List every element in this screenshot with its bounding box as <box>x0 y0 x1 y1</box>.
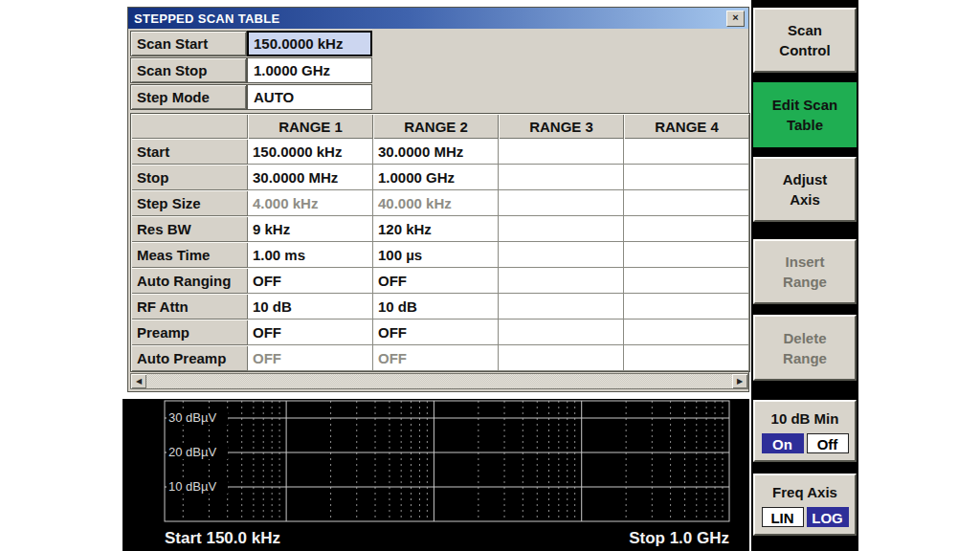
table-cell[interactable] <box>624 242 749 268</box>
table-cell[interactable]: OFF <box>373 320 499 345</box>
scan-chart: 30 dBµV20 dBµV10 dBµVStart 150.0 kHzStop… <box>122 399 749 551</box>
table-cell[interactable]: 120 kHz <box>373 216 499 242</box>
range-table: RANGE 1RANGE 2RANGE 3RANGE 4Start150.000… <box>130 113 750 372</box>
softkey-label: Range <box>783 272 827 292</box>
softkey-label: Edit Scan <box>772 95 837 115</box>
column-header-4: RANGE 4 <box>624 114 749 139</box>
stepped-scan-table-dialog: STEPPED SCAN TABLE × Scan Start150.0000 … <box>127 7 749 392</box>
softkey-label: Range <box>783 348 827 368</box>
row-label: Meas Time <box>131 242 248 268</box>
softkey-adjust-axis[interactable]: AdjustAxis <box>753 157 857 222</box>
row-label: Start <box>131 139 248 165</box>
close-icon[interactable]: × <box>726 11 745 27</box>
table-cell[interactable] <box>624 216 749 242</box>
softkey-column: ScanControlEdit ScanTableAdjustAxisInser… <box>751 0 858 551</box>
table-cell[interactable]: 100 µs <box>373 242 499 268</box>
table-cell[interactable]: OFF <box>248 268 373 294</box>
table-cell[interactable]: 4.000 kHz <box>248 190 373 216</box>
table-cell[interactable] <box>499 216 624 242</box>
table-cell[interactable] <box>499 165 624 190</box>
toggle-group: OnOff <box>762 433 849 453</box>
softkey-label: Scan <box>788 20 822 40</box>
svg-text:Start 150.0 kHz: Start 150.0 kHz <box>165 529 280 547</box>
toggle-group: LINLOG <box>762 507 849 527</box>
softkey-10-db-min[interactable]: 10 dB MinOnOff <box>753 400 857 462</box>
page-background: STEPPED SCAN TABLE × Scan Start150.0000 … <box>0 0 980 551</box>
table-cell[interactable]: 9 kHz <box>248 216 373 242</box>
table-cell[interactable]: OFF <box>248 345 373 371</box>
toggle-lin[interactable]: LIN <box>762 507 804 527</box>
scrollbar-track[interactable] <box>146 374 732 388</box>
column-header-3: RANGE 3 <box>499 114 624 139</box>
softkey-edit-scan-table[interactable]: Edit ScanTable <box>753 82 857 147</box>
param-label: Scan Stop <box>130 57 247 83</box>
softkey-label: Table <box>787 115 823 135</box>
table-cell[interactable]: 40.000 kHz <box>373 190 499 216</box>
table-cell[interactable]: 30.0000 MHz <box>248 165 373 190</box>
scan-params: Scan Start150.0000 kHzScan Stop1.0000 GH… <box>130 31 372 111</box>
table-cell[interactable]: OFF <box>248 320 373 345</box>
softkey-label: Control <box>779 40 830 60</box>
param-value-2[interactable]: AUTO <box>247 84 372 110</box>
row-label: Res BW <box>131 216 248 242</box>
dialog-titlebar[interactable]: STEPPED SCAN TABLE × <box>128 8 748 29</box>
param-value-1[interactable]: 1.0000 GHz <box>247 57 372 83</box>
table-cell[interactable]: 1.00 ms <box>248 242 373 268</box>
svg-text:30 dBµV: 30 dBµV <box>168 410 216 425</box>
column-header-1: RANGE 1 <box>248 114 373 139</box>
table-cell[interactable]: OFF <box>373 268 499 294</box>
softkey-label: Delete <box>783 328 826 348</box>
row-label: Auto Ranging <box>131 268 248 294</box>
row-label: Preamp <box>131 320 248 345</box>
table-corner-cell <box>131 114 248 139</box>
svg-text:10 dBµV: 10 dBµV <box>168 479 216 494</box>
table-cell[interactable] <box>499 190 624 216</box>
table-cell[interactable] <box>624 268 749 294</box>
table-cell[interactable]: 150.0000 kHz <box>248 139 373 165</box>
horizontal-scrollbar[interactable]: ◀ ▶ <box>130 373 748 389</box>
scroll-left-arrow-icon[interactable]: ◀ <box>131 374 146 388</box>
table-cell[interactable] <box>499 345 624 371</box>
softkey-insert-range[interactable]: InsertRange <box>753 239 857 304</box>
softkey-label: 10 dB Min <box>771 408 839 429</box>
param-label: Step Mode <box>130 84 247 110</box>
softkey-label: Insert <box>786 252 825 272</box>
table-cell[interactable] <box>499 242 624 268</box>
table-cell[interactable] <box>624 294 749 320</box>
dialog-title: STEPPED SCAN TABLE <box>134 11 280 26</box>
column-header-2: RANGE 2 <box>373 114 499 139</box>
scan-param-row: Scan Start150.0000 kHz <box>130 31 372 56</box>
softkey-label: Adjust <box>783 169 828 189</box>
table-cell[interactable]: OFF <box>373 345 499 371</box>
row-label: Step Size <box>131 190 248 216</box>
toggle-log[interactable]: LOG <box>807 507 849 527</box>
row-label: RF Attn <box>131 294 248 320</box>
softkey-scan-control[interactable]: ScanControl <box>753 8 857 73</box>
table-cell[interactable] <box>499 294 624 320</box>
table-cell[interactable]: 10 dB <box>373 294 499 320</box>
softkey-label: Axis <box>790 189 820 209</box>
table-cell[interactable]: 30.0000 MHz <box>373 139 499 165</box>
table-cell[interactable] <box>624 139 749 165</box>
row-label: Stop <box>131 165 248 190</box>
table-cell[interactable] <box>624 345 749 371</box>
softkey-delete-range[interactable]: DeleteRange <box>753 315 857 381</box>
table-cell[interactable] <box>624 190 749 216</box>
row-label: Auto Preamp <box>131 345 248 371</box>
table-cell[interactable] <box>499 268 624 294</box>
toggle-off[interactable]: Off <box>807 433 849 453</box>
softkey-freq-axis[interactable]: Freq AxisLINLOG <box>753 474 857 536</box>
table-cell[interactable] <box>624 165 749 190</box>
param-value-0[interactable]: 150.0000 kHz <box>247 31 372 56</box>
table-cell[interactable]: 1.0000 GHz <box>373 165 499 190</box>
table-cell[interactable] <box>499 320 624 345</box>
table-cell[interactable] <box>624 320 749 345</box>
table-cell[interactable]: 10 dB <box>248 294 373 320</box>
table-cell[interactable] <box>499 139 624 165</box>
scroll-right-arrow-icon[interactable]: ▶ <box>732 374 747 388</box>
toggle-on[interactable]: On <box>762 433 804 453</box>
scan-param-row: Scan Stop1.0000 GHz <box>130 57 372 83</box>
softkey-label: Freq Axis <box>772 482 837 502</box>
svg-text:Stop 1.0 GHz: Stop 1.0 GHz <box>629 529 729 547</box>
svg-text:20 dBµV: 20 dBµV <box>168 445 216 459</box>
